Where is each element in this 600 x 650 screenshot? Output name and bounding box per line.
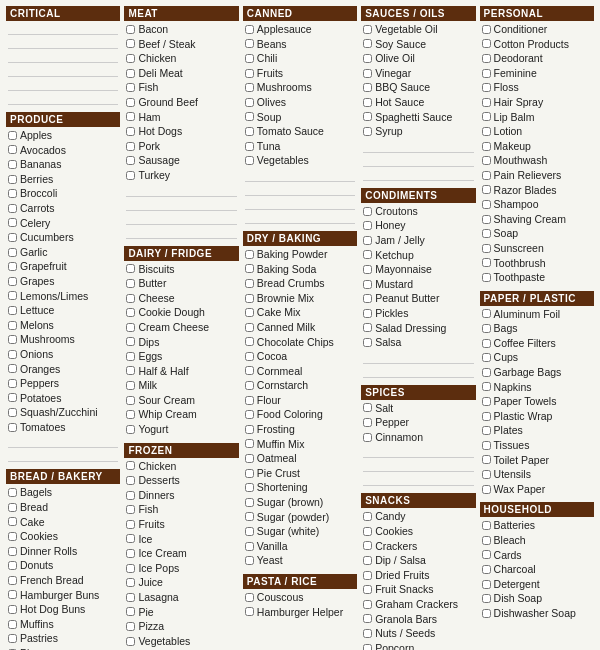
list-item[interactable]: Honey <box>361 218 475 233</box>
list-item[interactable]: Napkins <box>480 380 594 395</box>
item-checkbox[interactable] <box>126 39 135 48</box>
list-item[interactable]: Charcoal <box>480 562 594 577</box>
list-item[interactable]: Pastries <box>6 631 120 646</box>
item-checkbox[interactable] <box>245 439 254 448</box>
item-checkbox[interactable] <box>126 476 135 485</box>
list-item[interactable]: Pizza <box>124 619 238 634</box>
list-item[interactable]: Fruits <box>243 66 357 81</box>
item-checkbox[interactable] <box>363 614 372 623</box>
item-checkbox[interactable] <box>482 69 491 78</box>
item-checkbox[interactable] <box>245 250 254 259</box>
list-item[interactable]: Chicken <box>124 51 238 66</box>
item-checkbox[interactable] <box>363 250 372 259</box>
list-item[interactable]: Cornstarch <box>243 378 357 393</box>
list-item[interactable]: Toothbrush <box>480 256 594 271</box>
item-checkbox[interactable] <box>482 609 491 618</box>
item-checkbox[interactable] <box>245 54 254 63</box>
list-item[interactable]: Dip / Salsa <box>361 553 475 568</box>
item-checkbox[interactable] <box>363 112 372 121</box>
list-item[interactable]: Croutons <box>361 204 475 219</box>
list-item[interactable]: Milk <box>124 378 238 393</box>
item-checkbox[interactable] <box>363 585 372 594</box>
item-checkbox[interactable] <box>126 156 135 165</box>
list-item[interactable]: Cookies <box>361 524 475 539</box>
item-checkbox[interactable] <box>482 397 491 406</box>
list-item[interactable]: Coffee Filters <box>480 336 594 351</box>
list-item[interactable]: Sugar (powder) <box>243 510 357 525</box>
item-checkbox[interactable] <box>482 171 491 180</box>
list-item[interactable]: Soy Sauce <box>361 37 475 52</box>
item-checkbox[interactable] <box>363 83 372 92</box>
item-checkbox[interactable] <box>363 265 372 274</box>
item-checkbox[interactable] <box>245 454 254 463</box>
item-checkbox[interactable] <box>8 350 17 359</box>
list-item[interactable]: Vegetables <box>124 634 238 649</box>
item-checkbox[interactable] <box>482 521 491 530</box>
list-item[interactable]: Sour Cream <box>124 393 238 408</box>
list-item[interactable]: Bleach <box>480 533 594 548</box>
list-item[interactable]: Oatmeal <box>243 451 357 466</box>
item-checkbox[interactable] <box>363 25 372 34</box>
list-item[interactable]: Sunscreen <box>480 241 594 256</box>
list-item[interactable]: Donuts <box>6 558 120 573</box>
list-item[interactable]: Pepper <box>361 415 475 430</box>
list-item[interactable]: Dinner Rolls <box>6 544 120 559</box>
list-item[interactable]: Cake Mix <box>243 305 357 320</box>
item-checkbox[interactable] <box>482 368 491 377</box>
item-checkbox[interactable] <box>8 306 17 315</box>
item-checkbox[interactable] <box>482 98 491 107</box>
list-item[interactable]: Beef / Steak <box>124 37 238 52</box>
list-item[interactable]: Detergent <box>480 577 594 592</box>
item-checkbox[interactable] <box>245 127 254 136</box>
list-item[interactable]: Sugar (brown) <box>243 495 357 510</box>
list-item[interactable]: Mushrooms <box>243 80 357 95</box>
list-item[interactable]: Cookie Dough <box>124 305 238 320</box>
item-checkbox[interactable] <box>126 171 135 180</box>
item-checkbox[interactable] <box>8 277 17 286</box>
list-item[interactable]: Ground Beef <box>124 95 238 110</box>
list-item[interactable]: Ham <box>124 110 238 125</box>
list-item[interactable]: Canned Milk <box>243 320 357 335</box>
item-checkbox[interactable] <box>363 280 372 289</box>
list-item[interactable]: Nuts / Seeds <box>361 626 475 641</box>
list-item[interactable]: Broccoli <box>6 186 120 201</box>
item-checkbox[interactable] <box>126 505 135 514</box>
item-checkbox[interactable] <box>126 593 135 602</box>
item-checkbox[interactable] <box>482 324 491 333</box>
list-item[interactable]: Salad Dressing <box>361 321 475 336</box>
list-item[interactable]: Deli Meat <box>124 66 238 81</box>
list-item[interactable]: Bread <box>6 500 120 515</box>
list-item[interactable]: Popcorn <box>361 641 475 650</box>
list-item[interactable]: Fruits <box>124 517 238 532</box>
item-checkbox[interactable] <box>482 580 491 589</box>
list-item[interactable]: Half & Half <box>124 364 238 379</box>
item-checkbox[interactable] <box>126 549 135 558</box>
item-checkbox[interactable] <box>482 25 491 34</box>
list-item[interactable]: Wax Paper <box>480 482 594 497</box>
item-checkbox[interactable] <box>245 294 254 303</box>
item-checkbox[interactable] <box>363 54 372 63</box>
list-item[interactable]: Hot Dog Buns <box>6 602 120 617</box>
item-checkbox[interactable] <box>126 622 135 631</box>
list-item[interactable]: Apples <box>6 128 120 143</box>
list-item[interactable]: Cards <box>480 548 594 563</box>
list-item[interactable]: Brownie Mix <box>243 291 357 306</box>
list-item[interactable]: Tuna <box>243 139 357 154</box>
item-checkbox[interactable] <box>482 142 491 151</box>
list-item[interactable]: Fruit Snacks <box>361 582 475 597</box>
list-item[interactable]: Bacon <box>124 22 238 37</box>
list-item[interactable]: Vinegar <box>361 66 475 81</box>
item-checkbox[interactable] <box>126 142 135 151</box>
item-checkbox[interactable] <box>245 527 254 536</box>
item-checkbox[interactable] <box>8 262 17 271</box>
list-item[interactable]: Crackers <box>361 539 475 554</box>
list-item[interactable]: Cheese <box>124 291 238 306</box>
item-checkbox[interactable] <box>363 600 372 609</box>
item-checkbox[interactable] <box>363 629 372 638</box>
list-item[interactable]: Vegetables <box>243 153 357 168</box>
item-checkbox[interactable] <box>482 470 491 479</box>
list-item[interactable]: Syrup <box>361 124 475 139</box>
list-item[interactable]: Potatoes <box>6 391 120 406</box>
item-checkbox[interactable] <box>245 593 254 602</box>
item-checkbox[interactable] <box>126 381 135 390</box>
